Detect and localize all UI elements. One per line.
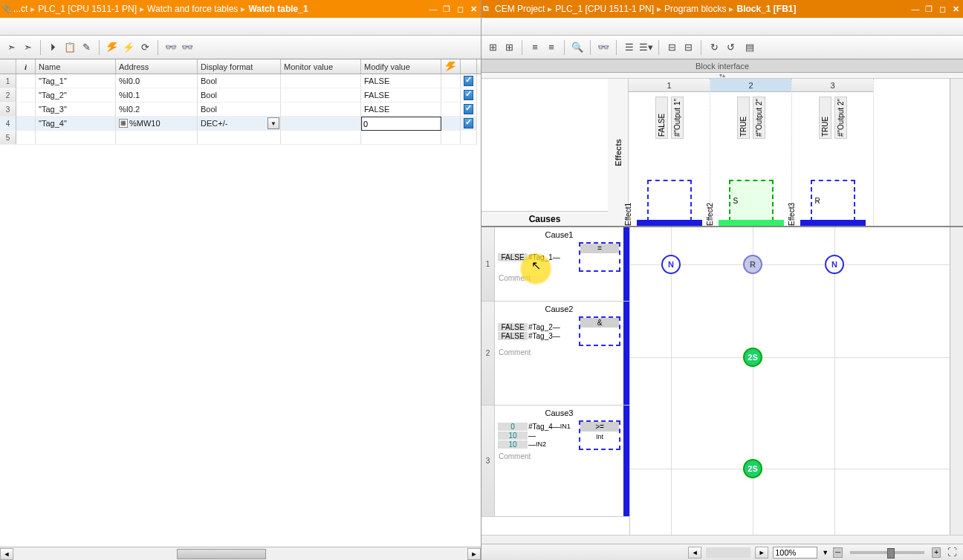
address-column-header[interactable]: Address — [116, 59, 198, 74]
name-column-header[interactable]: Name — [36, 59, 116, 74]
table-row[interactable]: 2"Tag_2"%I0.1BoolFALSE — [0, 88, 481, 102]
scroll-left-button[interactable]: ◄ — [688, 547, 701, 559]
effect-column[interactable]: 3TRUE#"Output 2"Effect3R — [792, 79, 874, 226]
modify-column-header[interactable]: Modify value — [361, 59, 441, 74]
cause-list: 1Cause1FALSE#Tag_1—=Comment2Cause2FALSE#… — [482, 227, 630, 535]
cause-row[interactable]: 3Cause30#Tag_4—IN110—10—IN2>=IntComment — [482, 406, 629, 517]
goto-def-icon[interactable]: ↺ — [724, 41, 737, 54]
flash-column-header — [441, 59, 461, 74]
list-icon[interactable]: ☰ — [623, 41, 636, 54]
causes-header: Causes — [482, 211, 608, 226]
zoom-input[interactable] — [773, 547, 817, 559]
zoom-fit-icon[interactable]: ⛶ — [945, 546, 959, 559]
modify-checkbox[interactable] — [464, 90, 473, 100]
add-cause-icon[interactable]: ⊞ — [486, 41, 499, 54]
enable-periph-icon[interactable]: ⟳ — [138, 41, 152, 54]
watch-toolbar: ➣ ➣ 🞂 📋 ✎ ⚡ ⟳ 👓 👓 — [0, 36, 481, 59]
vertical-scrollbar[interactable] — [950, 227, 963, 535]
info-column-header[interactable]: i — [16, 59, 36, 74]
add-effect-icon[interactable]: ⊞ — [502, 41, 516, 54]
cause-row[interactable]: 2Cause2FALSE#Tag_2—FALSE#Tag_3—&Comment — [482, 302, 629, 406]
block-interface-bar[interactable]: Block interface — [482, 59, 963, 73]
flash-modify-icon[interactable] — [106, 41, 119, 54]
minimize-button[interactable]: — — [910, 3, 921, 15]
minimize-button[interactable]: — — [427, 3, 439, 15]
intersection-node[interactable]: N — [661, 255, 681, 274]
modify-checkbox[interactable] — [464, 118, 473, 128]
intersection-node[interactable]: 2S — [743, 459, 762, 478]
glasses-on-icon[interactable]: 👓 — [164, 41, 178, 54]
scroll-right-button[interactable]: ► — [755, 547, 768, 559]
breadcrumb[interactable]: ...ct▸PLC_1 [CPU 1511-1 PN]▸Watch and fo… — [13, 4, 308, 14]
modify-icon[interactable]: ✎ — [80, 41, 93, 54]
modify-value-input[interactable] — [363, 117, 439, 130]
ruler — [482, 535, 963, 544]
search-icon[interactable]: 🔍 — [571, 41, 584, 54]
work-area-header — [0, 18, 481, 36]
insert-row-below-icon[interactable]: ➣ — [21, 41, 34, 54]
cem-toolbar: ⊞ ⊞ ≡ ≡ 🔍 👓 ☰ ☰▾ ⊟ ⊟ ↻ ↺ ▤ — [482, 36, 963, 59]
add-new-row[interactable]: 5 — [0, 131, 481, 145]
close-button[interactable]: ✕ — [950, 3, 962, 15]
scrollbar-thumb[interactable] — [177, 549, 266, 559]
watch-table-pane: 📎 ...ct▸PLC_1 [CPU 1511-1 PN]▸Watch and … — [0, 0, 482, 560]
zoom-in-button[interactable]: + — [932, 547, 941, 558]
intersection-node[interactable]: N — [825, 255, 844, 274]
align-right-icon[interactable]: ≡ — [545, 41, 558, 54]
format-column-header[interactable]: Display format — [198, 59, 281, 74]
intersection-node[interactable]: R — [743, 255, 762, 274]
cursor-icon: ↖ — [531, 258, 541, 273]
scroll-left-button[interactable]: ◄ — [0, 548, 13, 560]
attachment-icon: 📎 — [1, 4, 12, 14]
zoom-slider[interactable] — [850, 551, 924, 554]
add-effect-button[interactable] — [874, 79, 896, 226]
zoom-out-button[interactable]: ─ — [833, 547, 843, 558]
right-titlebar: ⧉ CEM Project▸PLC_1 [CPU 1511-1 PN]▸Prog… — [482, 0, 963, 18]
scroll-right-button[interactable]: ► — [467, 548, 481, 560]
cem-editor-pane: ⧉ CEM Project▸PLC_1 [CPU 1511-1 PN]▸Prog… — [482, 0, 963, 560]
horizontal-scrollbar[interactable]: ◄ ► — [0, 547, 481, 560]
table-row[interactable]: 1"Tag_1"%I0.0BoolFALSE — [0, 74, 481, 88]
struct-icon[interactable]: ⊟ — [665, 41, 678, 54]
glasses-off-icon[interactable]: 👓 — [181, 41, 194, 54]
effect-column[interactable]: 1FALSE#"Output 1"Effect1 — [629, 79, 710, 226]
restore-button[interactable]: ❐ — [441, 3, 453, 15]
modify-now-icon[interactable]: ⚡ — [122, 41, 135, 54]
expand-interface-button[interactable]: ▾▴ — [482, 73, 963, 79]
modify-checkbox[interactable] — [464, 104, 473, 114]
effect-column[interactable]: 2TRUE#"Output 2"Effect2S — [710, 79, 792, 226]
restore-button[interactable]: ❐ — [923, 3, 935, 15]
close-button[interactable]: ✕ — [467, 3, 479, 15]
glasses-icon[interactable]: 👓 — [597, 41, 610, 54]
zoom-dropdown-icon[interactable]: ▼ — [822, 549, 829, 556]
monitor-once-icon[interactable]: 📋 — [63, 41, 77, 54]
vertical-scrollbar[interactable] — [950, 79, 963, 226]
table-header: i Name Address Display format Monitor va… — [0, 59, 481, 74]
watch-table[interactable]: i Name Address Display format Monitor va… — [0, 59, 481, 560]
goto-ref-icon[interactable]: ↻ — [707, 41, 721, 54]
breadcrumb[interactable]: CEM Project▸PLC_1 [CPU 1511-1 PN]▸Progra… — [495, 4, 797, 14]
link-icon: ⧉ — [483, 4, 493, 14]
table-row[interactable]: 4"Tag_4"▦%MW10DEC+/-▼ — [0, 117, 481, 131]
intersection-matrix[interactable]: NRN2S2S — [630, 227, 950, 535]
modify-checkbox[interactable] — [464, 76, 473, 86]
intersection-node[interactable]: 2S — [743, 348, 762, 367]
status-bar: ◄ ► ▼ ─ + ⛶ — [482, 544, 963, 560]
left-titlebar: 📎 ...ct▸PLC_1 [CPU 1511-1 PN]▸Watch and … — [0, 0, 481, 18]
list-dd-icon[interactable]: ☰▾ — [639, 41, 652, 54]
maximize-button[interactable]: ◻ — [454, 3, 466, 15]
monitor-column-header[interactable]: Monitor value — [281, 59, 361, 74]
table-row[interactable]: 3"Tag_3"%I0.2BoolFALSE — [0, 102, 481, 117]
cem-matrix-area: Causes Effects 1FALSE#"Output 1"Effect12… — [482, 79, 963, 560]
monitor-all-icon[interactable]: 🞂 — [47, 41, 60, 54]
insert-row-icon[interactable]: ➣ — [4, 41, 18, 54]
align-left-icon[interactable]: ≡ — [528, 41, 542, 54]
maximize-button[interactable]: ◻ — [936, 3, 948, 15]
cause-row[interactable]: 1Cause1FALSE#Tag_1—=Comment — [482, 227, 629, 302]
work-area-header — [482, 18, 963, 36]
sidebar-toggle-icon[interactable]: ▤ — [743, 41, 756, 54]
struct-add-icon[interactable]: ⊟ — [681, 41, 695, 54]
